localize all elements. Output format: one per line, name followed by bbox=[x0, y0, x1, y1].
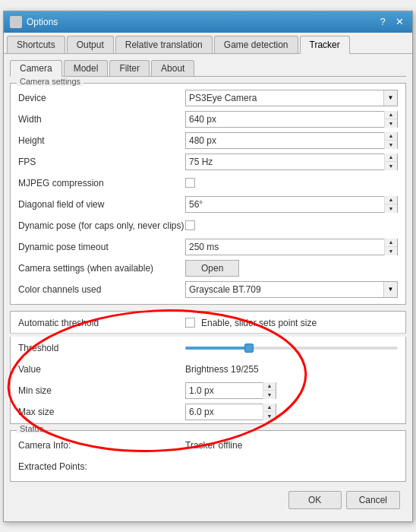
threshold-slider-container bbox=[185, 347, 398, 350]
camera-info-label: Camera Info: bbox=[18, 440, 185, 451]
inner-tab-filter[interactable]: Filter bbox=[109, 60, 150, 76]
height-spin-buttons: ▲ ▼ bbox=[384, 132, 397, 149]
device-row: Device PS3Eye Camera ▼ bbox=[18, 90, 398, 106]
mjpeg-label: MJPEG compression bbox=[18, 178, 185, 188]
window-title: Options bbox=[27, 17, 58, 27]
dynamic-timeout-spin-down[interactable]: ▼ bbox=[385, 247, 397, 255]
max-size-control: 6.0 px ▲ ▼ bbox=[185, 404, 398, 420]
tab-tracker[interactable]: Tracker bbox=[300, 36, 350, 54]
fov-spin-up[interactable]: ▲ bbox=[385, 196, 397, 205]
mjpeg-checkbox[interactable] bbox=[185, 178, 195, 188]
width-spin-down[interactable]: ▼ bbox=[385, 119, 397, 128]
color-channels-combo-arrow[interactable]: ▼ bbox=[383, 282, 397, 297]
width-control: 640 px ▲ ▼ bbox=[185, 111, 398, 128]
fps-spin-up[interactable]: ▲ bbox=[385, 154, 397, 163]
extracted-points-row: Extracted Points: bbox=[18, 458, 398, 475]
device-control: PS3Eye Camera ▼ bbox=[185, 90, 398, 106]
status-section-label: Status bbox=[17, 424, 46, 433]
width-value[interactable]: 640 px bbox=[186, 114, 384, 125]
width-spin-buttons: ▲ ▼ bbox=[384, 111, 397, 128]
height-spin-up[interactable]: ▲ bbox=[385, 132, 397, 141]
slider-fill bbox=[185, 347, 249, 350]
dynamic-pose-row: Dynamic pose (for caps only, never clips… bbox=[18, 217, 398, 234]
height-value[interactable]: 480 px bbox=[186, 135, 384, 146]
auto-threshold-label: Automatic threshold bbox=[18, 318, 185, 328]
title-bar-title: Options bbox=[10, 16, 58, 28]
dynamic-timeout-spin-up[interactable]: ▲ bbox=[385, 239, 397, 248]
cam-settings-label: Camera settings (when available) bbox=[18, 263, 185, 274]
width-spin-up[interactable]: ▲ bbox=[385, 111, 397, 120]
fov-row: Diagonal field of view 56° ▲ ▼ bbox=[18, 196, 398, 213]
auto-threshold-checkbox[interactable] bbox=[185, 318, 195, 328]
width-row: Width 640 px ▲ ▼ bbox=[18, 111, 398, 128]
content-area: Camera Model Filter About Camera setting… bbox=[4, 54, 412, 521]
tab-output[interactable]: Output bbox=[67, 36, 114, 53]
fps-spin: 75 Hz ▲ ▼ bbox=[185, 154, 398, 170]
device-combo[interactable]: PS3Eye Camera ▼ bbox=[185, 90, 398, 106]
inner-tab-about[interactable]: About bbox=[151, 60, 194, 76]
options-window: Options ? ✕ Shortcuts Output Relative tr… bbox=[3, 11, 413, 522]
device-value: PS3Eye Camera bbox=[186, 93, 383, 103]
width-spin: 640 px ▲ ▼ bbox=[185, 111, 398, 128]
dynamic-timeout-row: Dynamic pose timeout 250 ms ▲ ▼ bbox=[18, 239, 398, 255]
dynamic-timeout-control: 250 ms ▲ ▼ bbox=[185, 239, 398, 255]
width-label: Width bbox=[18, 114, 185, 125]
cam-settings-control: Open bbox=[185, 260, 398, 277]
dynamic-pose-label: Dynamic pose (for caps only, never clips… bbox=[18, 220, 185, 231]
max-size-spin-buttons: ▲ ▼ bbox=[263, 404, 276, 420]
fps-spin-down[interactable]: ▼ bbox=[385, 162, 397, 170]
mjpeg-control bbox=[185, 178, 398, 188]
color-channels-row: Color channels used Grayscale BT.709 ▼ bbox=[18, 281, 398, 298]
value-text: Brightness 19/255 bbox=[185, 364, 259, 375]
close-button[interactable]: ✕ bbox=[392, 15, 406, 29]
min-size-spin-up[interactable]: ▲ bbox=[263, 382, 276, 391]
auto-threshold-sublabel: Enable, slider sets point size bbox=[201, 318, 317, 328]
inner-tabs: Camera Model Filter About bbox=[10, 60, 406, 77]
height-row: Height 480 px ▲ ▼ bbox=[18, 132, 398, 149]
fov-spin-down[interactable]: ▼ bbox=[385, 204, 397, 213]
tab-shortcuts[interactable]: Shortcuts bbox=[7, 36, 65, 53]
device-combo-arrow[interactable]: ▼ bbox=[383, 90, 397, 106]
status-wrapper: Status Camera Info: Tracker offline Extr… bbox=[10, 430, 406, 482]
open-button[interactable]: Open bbox=[185, 260, 239, 277]
min-size-value[interactable]: 1.0 px bbox=[186, 385, 263, 396]
fps-row: FPS 75 Hz ▲ ▼ bbox=[18, 154, 398, 170]
fov-value[interactable]: 56° bbox=[186, 199, 384, 210]
dynamic-timeout-value[interactable]: 250 ms bbox=[186, 242, 384, 252]
height-spin-down[interactable]: ▼ bbox=[385, 141, 397, 149]
max-size-spin: 6.0 px ▲ ▼ bbox=[185, 404, 276, 420]
color-channels-control: Grayscale BT.709 ▼ bbox=[185, 281, 398, 298]
min-size-control: 1.0 px ▲ ▼ bbox=[185, 382, 398, 399]
dynamic-pose-control bbox=[185, 220, 398, 230]
inner-tab-camera[interactable]: Camera bbox=[10, 60, 62, 77]
min-size-row: Min size 1.0 px ▲ ▼ bbox=[18, 382, 398, 399]
height-control: 480 px ▲ ▼ bbox=[185, 132, 398, 149]
auto-threshold-row: Automatic threshold Enable, slider sets … bbox=[18, 315, 398, 331]
value-control: Brightness 19/255 bbox=[185, 364, 398, 375]
inner-tab-model[interactable]: Model bbox=[64, 60, 109, 76]
cancel-button[interactable]: Cancel bbox=[346, 491, 400, 509]
fov-label: Diagonal field of view bbox=[18, 199, 185, 210]
tab-game-detection[interactable]: Game detection bbox=[214, 36, 298, 53]
color-channels-value: Grayscale BT.709 bbox=[186, 284, 383, 295]
ok-button[interactable]: OK bbox=[288, 491, 342, 509]
color-channels-combo[interactable]: Grayscale BT.709 ▼ bbox=[185, 281, 398, 298]
min-size-spin-buttons: ▲ ▼ bbox=[263, 382, 276, 399]
min-size-spin-down[interactable]: ▼ bbox=[263, 391, 276, 399]
tab-relative-translation[interactable]: Relative translation bbox=[115, 36, 213, 53]
max-size-spin-up[interactable]: ▲ bbox=[263, 404, 276, 413]
fps-label: FPS bbox=[18, 157, 185, 167]
partial-row: Automatic threshold Enable, slider sets … bbox=[10, 311, 406, 334]
value-row: Value Brightness 19/255 bbox=[18, 361, 398, 378]
fov-spin-buttons: ▲ ▼ bbox=[384, 196, 397, 213]
threshold-section: Threshold Value Brightness bbox=[10, 337, 406, 424]
dynamic-timeout-spin: 250 ms ▲ ▼ bbox=[185, 239, 398, 255]
max-size-spin-down[interactable]: ▼ bbox=[263, 412, 276, 420]
help-button[interactable]: ? bbox=[376, 15, 389, 29]
slider-thumb[interactable] bbox=[244, 344, 254, 353]
fps-value[interactable]: 75 Hz bbox=[186, 157, 384, 167]
title-bar-controls: ? ✕ bbox=[376, 15, 406, 29]
threshold-area: Automatic threshold Enable, slider sets … bbox=[10, 311, 406, 424]
dynamic-pose-checkbox[interactable] bbox=[185, 220, 195, 230]
max-size-value[interactable]: 6.0 px bbox=[186, 407, 263, 417]
